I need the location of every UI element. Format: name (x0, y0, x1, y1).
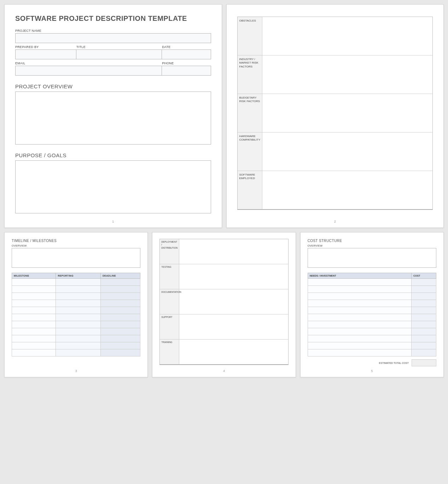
cell-need[interactable] (308, 300, 411, 307)
field-cost-overview[interactable] (308, 248, 436, 268)
cell-reporting[interactable] (56, 293, 100, 300)
cell-milestone[interactable] (12, 321, 56, 328)
field-prepared-by[interactable] (15, 49, 76, 59)
cell-reporting[interactable] (56, 349, 100, 356)
row-value[interactable] (179, 340, 288, 364)
field-title[interactable] (76, 49, 162, 59)
cell-reporting[interactable] (56, 279, 100, 286)
row-value[interactable] (179, 314, 288, 339)
cell-cost[interactable] (412, 342, 436, 349)
cell-milestone[interactable] (12, 328, 56, 335)
label-title: TITLE (76, 45, 162, 49)
cell-deadline[interactable] (100, 321, 140, 328)
table-row: OBSTACLES (238, 17, 433, 55)
cell-reporting[interactable] (56, 307, 100, 314)
cell-deadline[interactable] (100, 286, 140, 293)
table-row: INDUSTRY / MARKET RISK FACTORS (238, 55, 433, 94)
cell-need[interactable] (308, 321, 411, 328)
page-2: OBSTACLESINDUSTRY / MARKET RISK FACTORSB… (226, 4, 444, 228)
cell-need[interactable] (308, 335, 411, 342)
cell-reporting[interactable] (56, 342, 100, 349)
table-row: SOFTWARE EMPLOYED (238, 171, 433, 209)
cell-reporting[interactable] (56, 314, 100, 321)
cell-reporting[interactable] (56, 300, 100, 307)
cell-deadline[interactable] (100, 300, 140, 307)
cell-deadline[interactable] (100, 342, 140, 349)
table-row (308, 335, 436, 342)
page-number: 4 (223, 369, 225, 373)
cell-cost[interactable] (412, 321, 436, 328)
cell-milestone[interactable] (12, 300, 56, 307)
field-project-overview[interactable] (15, 92, 211, 144)
cell-milestone[interactable] (12, 279, 56, 286)
cell-need[interactable] (308, 349, 411, 356)
cell-need[interactable] (308, 307, 411, 314)
field-phone[interactable] (162, 66, 211, 76)
cell-milestone[interactable] (12, 307, 56, 314)
cell-cost[interactable] (412, 293, 436, 300)
row-label: INDUSTRY / MARKET RISK FACTORS (238, 55, 262, 94)
cell-cost[interactable] (412, 314, 436, 321)
row-value[interactable] (262, 55, 433, 94)
cell-cost[interactable] (412, 307, 436, 314)
cell-milestone[interactable] (12, 286, 56, 293)
cell-deadline[interactable] (100, 279, 140, 286)
row-value[interactable] (179, 289, 288, 314)
field-purpose-goals[interactable] (15, 160, 211, 213)
cell-reporting[interactable] (56, 328, 100, 335)
column-header: COST (412, 273, 436, 279)
field-email[interactable] (15, 66, 162, 76)
cell-deadline[interactable] (100, 328, 140, 335)
row-value[interactable] (179, 264, 288, 289)
row-value[interactable] (262, 171, 433, 209)
cell-deadline[interactable] (100, 335, 140, 342)
row-label: OBSTACLES (238, 17, 262, 55)
page-number: 1 (112, 220, 114, 223)
cell-milestone[interactable] (12, 342, 56, 349)
row-label: SOFTWARE EMPLOYED (238, 171, 262, 209)
cell-need[interactable] (308, 328, 411, 335)
field-timeline-overview[interactable] (12, 248, 140, 268)
table-row (12, 300, 140, 307)
cell-cost[interactable] (412, 349, 436, 356)
cell-milestone[interactable] (12, 293, 56, 300)
row-value[interactable] (179, 239, 288, 264)
cell-cost[interactable] (412, 279, 436, 286)
field-total-cost[interactable] (412, 359, 436, 366)
table-row: TRAINING (160, 339, 288, 364)
row-value[interactable] (262, 17, 433, 55)
milestones-table: MILESTONEREPORTINGDEADLINE (12, 273, 140, 356)
field-project-name[interactable] (15, 33, 211, 43)
cell-deadline[interactable] (100, 307, 140, 314)
cell-cost[interactable] (412, 286, 436, 293)
cell-deadline[interactable] (100, 349, 140, 356)
cell-reporting[interactable] (56, 286, 100, 293)
row-value[interactable] (262, 94, 433, 132)
table-row (308, 314, 436, 321)
cell-cost[interactable] (412, 328, 436, 335)
cell-milestone[interactable] (12, 314, 56, 321)
column-header: NEEDS / INVESTMENT (308, 273, 411, 279)
row-value[interactable] (262, 132, 433, 171)
row-label: DEPLOYMENT / DISTRIBUTION (160, 239, 179, 264)
cell-milestone[interactable] (12, 335, 56, 342)
page-5: COST STRUCTURE OVERVIEW NEEDS / INVESTME… (300, 232, 444, 377)
field-date[interactable] (162, 49, 211, 59)
page-3: TIMELINE / MILESTONES OVERVIEW MILESTONE… (4, 232, 148, 377)
cell-cost[interactable] (412, 335, 436, 342)
cell-deadline[interactable] (100, 293, 140, 300)
cell-milestone[interactable] (12, 349, 56, 356)
label-prepared-by: PREPARED BY (15, 45, 76, 49)
cell-need[interactable] (308, 279, 411, 286)
cell-reporting[interactable] (56, 335, 100, 342)
cell-need[interactable] (308, 293, 411, 300)
heading-timeline: TIMELINE / MILESTONES (12, 239, 140, 243)
cell-cost[interactable] (412, 300, 436, 307)
cell-need[interactable] (308, 314, 411, 321)
row-label: BUDGETARY RISK FACTORS (238, 94, 262, 132)
cell-need[interactable] (308, 342, 411, 349)
cell-need[interactable] (308, 286, 411, 293)
cell-deadline[interactable] (100, 314, 140, 321)
delivery-table: DEPLOYMENT / DISTRIBUTIONTESTINGDOCUMENT… (159, 239, 288, 365)
cell-reporting[interactable] (56, 321, 100, 328)
